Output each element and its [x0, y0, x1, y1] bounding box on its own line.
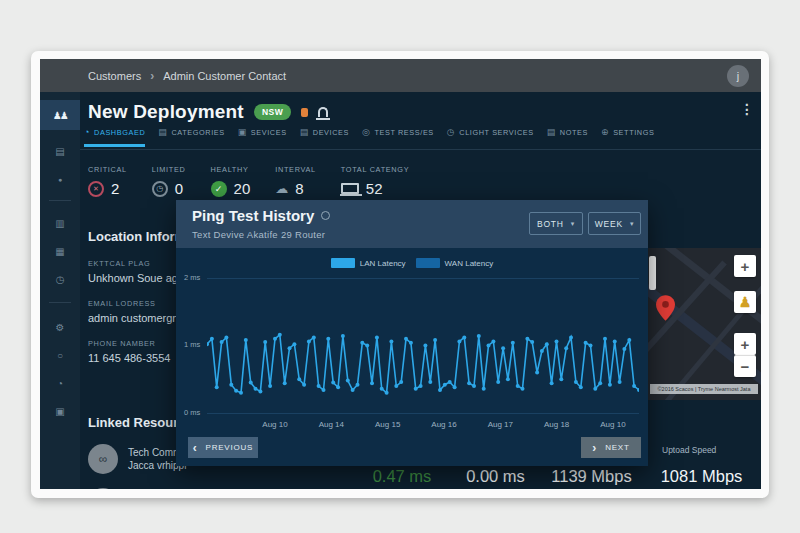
tab-services[interactable]: ▣SEVICES [238, 127, 287, 144]
test-results-icon: ◎ [362, 127, 370, 137]
healthy-count: 20 [234, 180, 251, 197]
divider [80, 149, 761, 150]
week-dropdown[interactable]: WEEK▾ [588, 212, 641, 235]
sidebar-item-chart[interactable]: ▦ [40, 238, 80, 264]
chevron-down-icon: ▾ [630, 220, 634, 228]
stat-critical: CRITICAL ✕2 [88, 165, 127, 197]
breadcrumb-customers[interactable]: Customers [88, 70, 141, 82]
chevron-left-icon: ‹ [193, 441, 198, 455]
link-icon: ∞ [88, 444, 118, 474]
services-icon: ▣ [238, 127, 247, 137]
pegman-icon[interactable]: ♟ [734, 291, 756, 313]
breadcrumb-admin-customer-contact: Admin Customer Contact [163, 70, 286, 82]
healthy-icon: ✓ [211, 181, 227, 197]
tab-dashboard[interactable]: ◔DASHBGAED [84, 127, 145, 147]
client-services-icon: ◷ [447, 127, 455, 137]
map-fullscreen-button[interactable]: + [734, 255, 756, 277]
sidebar-item-document[interactable]: ▤ [40, 138, 80, 164]
sidebar-item-card[interactable]: ▥ [40, 210, 80, 236]
stat-healthy: HEALTHY ✓20 [211, 165, 251, 197]
both-dropdown[interactable]: BOTH▾ [529, 212, 583, 235]
alert-dot-icon [301, 108, 308, 117]
status-badge: NSW [254, 104, 291, 120]
tab-settings[interactable]: ⊕SETTINGS [601, 127, 654, 144]
latency-chart [207, 278, 639, 413]
map-attribution: ©2016 Scacos | Tryme Nearmost Jata [650, 384, 758, 394]
devices-icon: ▤ [300, 127, 309, 137]
tab-test-results[interactable]: ◎TEST RESS/ES [362, 127, 434, 144]
gridline [207, 413, 639, 414]
tab-bar: ◔DASHBGAED ▤CATEGORIES ▣SEVICES ▤DEVICES… [84, 127, 654, 149]
latency-line-series [207, 278, 639, 413]
sidebar-item-clock[interactable]: ◷ [40, 266, 80, 292]
legend-wan: WAN Latency [416, 258, 494, 268]
tab-notes[interactable]: ▤NOTES [547, 127, 588, 144]
ping-test-history-modal: Ping Test History Text Devive Akatife 29… [176, 200, 648, 466]
zoom-in-button[interactable]: + [734, 333, 756, 355]
upload-speed-label: Uptoad Speed [662, 445, 716, 455]
sidebar-item-settings[interactable]: ⚙ [40, 314, 80, 340]
lan-swatch-icon [331, 258, 355, 268]
sidebar-divider [49, 200, 71, 201]
zoom-out-button[interactable]: − [734, 355, 756, 377]
tab-devices[interactable]: ▤DEVICES [300, 127, 349, 144]
list-item[interactable]: ∞ Date Neves [88, 488, 238, 489]
user-avatar[interactable]: j [727, 65, 749, 87]
status-summary: CRITICAL ✕2 LIMITED ◷0 HEALTHY ✓20 INTER… [88, 165, 409, 197]
latency-value: 0.00 ms [458, 467, 533, 486]
sidebar-item-dot[interactable]: ● [40, 166, 80, 192]
chevron-right-icon: › [592, 441, 597, 455]
speed-value: 1139 Mbps [543, 467, 640, 486]
y-tick: 0 ms [184, 408, 206, 417]
stat-limited: LIMITED ◷0 [152, 165, 186, 197]
modal-subtitle: Text Devive Akatife 29 Router [192, 229, 325, 240]
laptop-icon [341, 183, 359, 194]
kebab-menu-icon[interactable]: ⋮ [740, 101, 754, 117]
critical-icon: ✕ [88, 181, 104, 197]
previous-button[interactable]: ‹ PREVIOUS [188, 437, 258, 458]
map-slider[interactable] [649, 256, 656, 290]
limited-count: 0 [175, 180, 183, 197]
gridline [207, 278, 639, 279]
chart-legend: LAN Latency WAN Latency [176, 258, 648, 268]
breadcrumb: Customers › Admin Customer Contact [88, 59, 286, 92]
map-pin-icon[interactable] [656, 295, 675, 321]
tab-client-services[interactable]: ◷CLIGHT SERVICES [447, 127, 534, 144]
link-icon: ∞ [88, 488, 118, 489]
modal-header: Ping Test History Text Devive Akatife 29… [176, 200, 648, 248]
y-tick: 2 ms [184, 273, 206, 282]
chevron-down-icon: ▾ [571, 220, 575, 228]
modal-title: Ping Test History [192, 207, 314, 224]
dashboard-icon: ◔ [84, 127, 90, 137]
settings-icon: ⊕ [601, 127, 609, 137]
sidebar-item-users[interactable]: ♟♟ [40, 100, 80, 130]
app-window: Customers › Admin Customer Contact j ♟♟ … [31, 51, 769, 498]
chevron-right-icon: › [150, 69, 154, 83]
sidebar-item-globe[interactable]: ○ [40, 342, 80, 368]
page-header: New Deployment NSW [88, 99, 328, 125]
info-icon[interactable] [321, 211, 330, 220]
bell-icon[interactable] [318, 107, 328, 117]
categories-icon: ▤ [158, 127, 167, 137]
critical-count: 2 [111, 180, 119, 197]
total-count: 52 [366, 180, 383, 197]
cloud-icon: ☁ [275, 181, 288, 196]
legend-lan: LAN Latency [331, 258, 406, 268]
breadcrumb-bar: Customers › Admin Customer Contact j [40, 59, 761, 92]
wan-swatch-icon [416, 258, 440, 268]
x-axis-labels: Aug 10 Aug 14 Aug 15 Aug 16 Aug 17 Aug 1… [255, 420, 633, 429]
page-title: New Deployment [88, 101, 244, 123]
sidebar-item-box[interactable]: ▣ [40, 398, 80, 424]
limited-icon: ◷ [152, 181, 168, 197]
tab-categories[interactable]: ▤CATEGORIES [158, 127, 224, 144]
app-content: Customers › Admin Customer Contact j ♟♟ … [40, 59, 761, 489]
stat-total: TOTAL CATENGY 52 [341, 165, 409, 197]
next-button[interactable]: › NEXT [581, 437, 641, 458]
sidebar: ♟♟ ▤ ● ▥ ▦ ◷ ⚙ ○ ◔ ▣ [40, 92, 80, 489]
sidebar-item-history[interactable]: ◔ [40, 370, 80, 396]
y-tick: 1 ms [184, 340, 206, 349]
interval-count: 8 [295, 180, 303, 197]
map-panel[interactable]: + ♟ + − ©2016 Scacos | Tryme Nearmost Ja… [648, 248, 761, 400]
upload-speed-value: 1081 Mbps [648, 467, 755, 486]
sidebar-divider [49, 302, 71, 303]
